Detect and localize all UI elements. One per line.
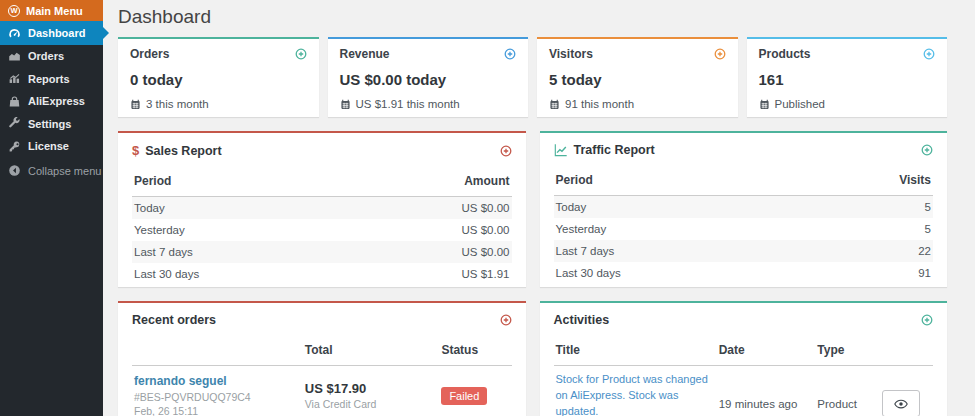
view-activity-button[interactable] — [882, 390, 920, 416]
admin-sidebar: W Main Menu Dashboard Orders Reports Ali… — [0, 0, 103, 416]
table-row: Today US $0.00 — [132, 197, 512, 220]
activity-title-link[interactable]: Stock for Product was changed on AliExpr… — [556, 373, 708, 416]
column-header-visits: Visits — [743, 163, 933, 196]
circle-plus-icon[interactable] — [500, 314, 512, 326]
main-content: Dashboard Orders 0 today 3 this month Re… — [103, 0, 975, 416]
circle-plus-icon[interactable] — [500, 145, 512, 157]
eye-icon — [894, 397, 908, 411]
sidebar-item-label: Reports — [28, 73, 70, 85]
shopping-bag-icon — [8, 95, 21, 108]
customer-link[interactable]: fernando seguel — [134, 374, 227, 388]
column-header-date: Date — [717, 333, 816, 366]
sidebar-item-label: Orders — [28, 50, 64, 62]
page-title: Dashboard — [118, 6, 947, 27]
calendar-icon — [759, 99, 770, 110]
order-id: #BES-PQVRDUQQ79C4 — [134, 391, 301, 403]
wrench-icon — [8, 117, 21, 130]
bottom-row: Recent orders Total Status fernando segu… — [118, 301, 947, 416]
visits-cell: 91 — [743, 262, 933, 284]
recent-orders-table: Total Status fernando seguel #BES-PQVRDU… — [132, 333, 512, 416]
sidebar-item-label: License — [28, 140, 69, 152]
period-cell: Last 30 days — [132, 263, 322, 285]
period-cell: Last 7 days — [554, 240, 744, 262]
sidebar-item-label: Dashboard — [28, 27, 85, 39]
table-row: Last 7 days US $0.00 — [132, 241, 512, 263]
collapse-circle-icon — [8, 164, 21, 177]
main-menu-label: Main Menu — [26, 5, 83, 17]
dollar-icon: $ — [132, 143, 139, 158]
circle-plus-icon[interactable] — [295, 48, 307, 60]
sidebar-item-dashboard[interactable]: Dashboard — [0, 21, 103, 45]
activities-table: Title Date Type Stock for Product was ch… — [554, 333, 934, 416]
sidebar-item-label: Collapse menu — [28, 165, 101, 177]
key-icon — [8, 140, 21, 153]
sales-report-title: Sales Report — [145, 144, 221, 158]
stat-card-label: Revenue — [340, 47, 390, 61]
recent-orders-panel: Recent orders Total Status fernando segu… — [118, 301, 526, 416]
recent-orders-title: Recent orders — [132, 313, 216, 327]
stat-card-value: 0 today — [130, 71, 307, 88]
stat-card-orders: Orders 0 today 3 this month — [118, 37, 319, 117]
reports-row: $ Sales Report Period Amount Today US $0… — [118, 131, 947, 287]
circle-plus-icon[interactable] — [923, 48, 935, 60]
stat-card-subtext: 3 this month — [146, 98, 209, 110]
table-row: Last 30 days 91 — [554, 262, 934, 284]
sidebar-item-settings[interactable]: Settings — [0, 113, 103, 136]
sidebar-item-reports[interactable]: Reports — [0, 68, 103, 91]
circle-plus-icon[interactable] — [921, 144, 933, 156]
period-cell: Yesterday — [132, 219, 322, 241]
sidebar-item-license[interactable]: License — [0, 135, 103, 158]
payment-method: Via Credit Card — [305, 398, 438, 410]
bar-chart-icon — [8, 72, 21, 85]
activities-title: Activities — [554, 313, 610, 327]
stat-card-subtext: Published — [775, 98, 826, 110]
sales-report-panel: $ Sales Report Period Amount Today US $0… — [118, 131, 526, 287]
status-badge: Failed — [441, 387, 487, 405]
circle-plus-icon[interactable] — [921, 314, 933, 326]
activities-panel: Activities Title Date Type Stock — [540, 301, 948, 416]
active-item-arrow — [103, 27, 109, 39]
stat-card-label: Visitors — [549, 47, 593, 61]
order-row: fernando seguel #BES-PQVRDUQQ79C4 Feb, 2… — [132, 366, 512, 416]
calendar-icon — [130, 99, 141, 110]
circle-plus-icon[interactable] — [714, 48, 726, 60]
calendar-icon — [340, 99, 351, 110]
amount-cell: US $1.91 — [322, 263, 512, 285]
stat-card-revenue: Revenue US $0.00 today US $1.91 this mon… — [328, 37, 529, 117]
stat-card-value: US $0.00 today — [340, 71, 517, 88]
table-row: Yesterday 5 — [554, 218, 934, 240]
period-cell: Yesterday — [554, 218, 744, 240]
order-date: Feb, 26 15:11 — [134, 405, 301, 416]
circle-plus-icon[interactable] — [504, 48, 516, 60]
column-header-title: Title — [554, 333, 717, 366]
period-cell: Last 7 days — [132, 241, 322, 263]
traffic-report-title: Traffic Report — [574, 143, 655, 157]
sidebar-item-main-menu[interactable]: W Main Menu — [0, 0, 103, 21]
table-row: Last 7 days 22 — [554, 240, 934, 262]
area-chart-icon — [8, 50, 21, 63]
stat-card-products: Products 161 Published — [747, 37, 948, 117]
sidebar-item-collapse-menu[interactable]: Collapse menu — [0, 160, 103, 183]
table-row: Today 5 — [554, 196, 934, 219]
wordpress-logo-icon: W — [8, 5, 20, 17]
activity-date: 19 minutes ago — [717, 366, 816, 416]
stat-card-subtext: US $1.91 this month — [356, 98, 460, 110]
column-header-period: Period — [554, 163, 744, 196]
period-cell: Last 30 days — [554, 262, 744, 284]
sidebar-item-orders[interactable]: Orders — [0, 45, 103, 68]
sidebar-item-aliexpress[interactable]: AliExpress — [0, 90, 103, 113]
sidebar-item-label: AliExpress — [28, 95, 85, 107]
amount-cell: US $0.00 — [322, 241, 512, 263]
line-chart-icon — [554, 143, 568, 157]
visits-cell: 22 — [743, 240, 933, 262]
activity-type: Product — [815, 366, 880, 416]
column-header-amount: Amount — [322, 164, 512, 197]
column-header-actions — [880, 333, 933, 366]
amount-cell: US $0.00 — [322, 219, 512, 241]
stat-card-value: 5 today — [549, 71, 726, 88]
column-header-total: Total — [303, 333, 440, 366]
stat-card-label: Orders — [130, 47, 169, 61]
stat-cards-row: Orders 0 today 3 this month Revenue US $… — [118, 37, 947, 117]
period-cell: Today — [132, 197, 322, 220]
stat-card-subtext: 91 this month — [565, 98, 634, 110]
